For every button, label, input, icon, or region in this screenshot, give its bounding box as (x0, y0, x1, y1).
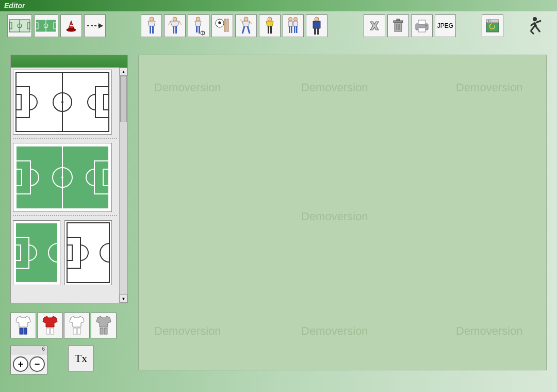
field-outline-button[interactable] (7, 14, 32, 37)
svg-rect-24 (196, 26, 198, 32)
jersey-grey-icon (93, 315, 114, 336)
svg-rect-29 (224, 19, 226, 31)
field-row-2 (13, 143, 117, 216)
trash-button[interactable] (387, 14, 409, 37)
scroll-up-button[interactable]: ▲ (120, 68, 127, 76)
drawing-canvas[interactable]: Demoversion Demoversion Demoversion Demo… (138, 55, 547, 370)
player-2-button[interactable] (164, 14, 186, 37)
exit-button[interactable] (528, 14, 550, 37)
jersey-blue-icon (13, 315, 34, 336)
svg-rect-95 (73, 328, 76, 334)
field-palette: ▲ ▼ (10, 55, 128, 303)
watermark: Demoversion (154, 324, 221, 338)
player-pair-icon (285, 16, 301, 36)
svg-text:C: C (488, 19, 491, 23)
svg-rect-46 (296, 26, 298, 33)
field-full-green[interactable] (13, 143, 112, 212)
svg-point-39 (289, 18, 292, 21)
svg-point-23 (196, 17, 200, 21)
svg-rect-96 (77, 328, 80, 334)
svg-marker-14 (99, 23, 103, 28)
field-scrollbar[interactable]: ▲ ▼ (119, 68, 127, 303)
svg-rect-45 (294, 26, 296, 33)
svg-rect-97 (100, 328, 103, 334)
svg-rect-41 (288, 21, 292, 26)
text-tool-label: Tx (75, 352, 87, 365)
watermark: Demoversion (301, 81, 368, 94)
field-half-white[interactable] (64, 220, 112, 285)
svg-rect-49 (317, 28, 319, 35)
svg-line-32 (240, 19, 242, 22)
print-button[interactable] (411, 14, 433, 37)
svg-line-68 (531, 31, 534, 34)
jersey-white-icon (67, 315, 87, 336)
svg-rect-38 (270, 26, 272, 34)
svg-point-40 (294, 18, 298, 21)
field-scroll-area: ▲ ▼ (11, 68, 127, 303)
field-half-green[interactable] (13, 220, 60, 285)
player-1-button[interactable] (141, 14, 162, 37)
jpeg-label: JPEG (437, 22, 453, 29)
delete-button[interactable] (364, 14, 385, 37)
svg-rect-43 (289, 26, 290, 33)
text-tool-button[interactable]: Tx (68, 346, 94, 371)
svg-line-64 (536, 21, 541, 23)
kit-blue-white[interactable] (10, 313, 36, 338)
arrow-button[interactable] (84, 14, 106, 37)
player-yellow-icon (262, 16, 277, 36)
player-6-button[interactable] (259, 14, 281, 37)
svg-rect-93 (46, 328, 50, 334)
svg-point-63 (533, 17, 537, 21)
player-4-button[interactable] (211, 14, 233, 37)
svg-rect-52 (397, 19, 400, 21)
bottom-tools: 6 + − Tx (10, 346, 128, 374)
svg-rect-25 (199, 26, 200, 34)
field-green-button[interactable] (34, 14, 59, 37)
svg-rect-48 (314, 28, 316, 35)
svg-line-67 (531, 26, 535, 31)
jpeg-button[interactable]: JPEG (435, 14, 456, 37)
svg-point-36 (268, 17, 272, 21)
player-coach-icon (309, 16, 324, 36)
svg-line-19 (168, 22, 170, 25)
zoom-out-button[interactable]: − (29, 356, 45, 372)
svg-rect-58 (418, 28, 425, 32)
kit-red[interactable] (37, 313, 63, 338)
kit-grey[interactable] (91, 313, 117, 338)
field-row-1 (13, 70, 117, 139)
player-7-button[interactable] (283, 14, 304, 37)
svg-rect-21 (173, 26, 174, 34)
player-5-button[interactable] (235, 14, 257, 37)
player-running-icon (238, 16, 254, 36)
field-palette-header[interactable] (11, 55, 127, 68)
field-full-white[interactable] (13, 70, 112, 135)
player-8-button[interactable] (306, 14, 327, 37)
watermark: Demoversion (301, 324, 368, 338)
svg-rect-98 (104, 328, 107, 334)
field-green-icon (35, 19, 57, 32)
titlebar: Editor (0, 0, 557, 11)
scroll-thumb[interactable] (120, 76, 127, 122)
scroll-down-button[interactable]: ▼ (120, 295, 127, 303)
player-3-button[interactable] (188, 14, 209, 37)
zoom-hint: 6 (11, 346, 47, 354)
svg-rect-91 (20, 328, 23, 334)
kit-white[interactable] (64, 313, 90, 338)
svg-line-35 (248, 26, 250, 34)
zoom-in-button[interactable]: + (13, 356, 28, 372)
cone-button[interactable] (60, 14, 82, 37)
running-exit-icon (529, 15, 549, 36)
player-dribble-icon (191, 16, 206, 36)
svg-rect-12 (70, 25, 73, 26)
app-title: Editor (4, 2, 25, 10)
jersey-red-icon (40, 315, 60, 336)
trash-icon (391, 18, 405, 34)
watermark: Demoversion (456, 324, 523, 338)
svg-point-59 (425, 25, 427, 27)
kit-palette (10, 313, 128, 338)
reload-button[interactable]: C (482, 14, 503, 37)
watermark: Demoversion (154, 81, 221, 94)
sidebar: ▲ ▼ (10, 55, 128, 374)
svg-rect-44 (291, 26, 292, 33)
main-area: ▲ ▼ (0, 40, 557, 392)
